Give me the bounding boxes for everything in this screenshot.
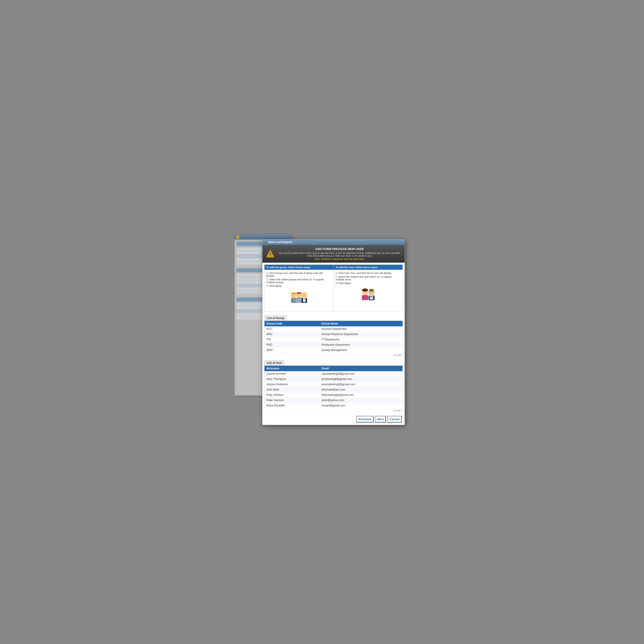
group-name-cell: Account Department [320, 326, 403, 332]
group-code-cell: PRO [264, 342, 320, 348]
user-instructions-body: 1. Click User icon, and then list of use… [334, 270, 403, 309]
user-email-header: Email [320, 366, 403, 371]
banner-description: You need to select who is the user to us… [278, 252, 401, 257]
dialog-title: Select participants [268, 241, 293, 244]
user-nickname-cell: Jerry Thompson [264, 377, 320, 382]
group-table: Group Code Group Name ACC Account Depart… [264, 321, 403, 353]
group-instructions-panel: To add the group, follow these steps: 1.… [264, 265, 334, 311]
group-icon-area [266, 288, 332, 310]
group-name-cell: Quality Management [320, 348, 403, 353]
group-instructions-header: To add the group, follow these steps: [264, 265, 333, 270]
group-step1: 1. Click Group icon, and then list of gr… [266, 272, 332, 277]
user-nickname-cell: Peter Samson [264, 398, 320, 403]
user-nickname-cell: Cassie Kenneth [264, 371, 320, 377]
svg-rect-7 [291, 293, 296, 294]
svg-point-24 [362, 288, 368, 292]
user-email-cell: kelly1testing8@gmail.com [320, 392, 403, 398]
previous-button[interactable]: Previous [356, 416, 374, 423]
dialog-footer: Previous Next Cancel [262, 414, 405, 425]
user-step3: 3. Click Apply. [336, 282, 401, 285]
user-table-row[interactable]: Rena Elizabeth renaeli@gmail.com [264, 403, 403, 408]
group-table-row[interactable]: HRD Human Resource Department [264, 332, 403, 337]
cancel-button[interactable]: Cancel [387, 416, 402, 423]
bg-titlebar [235, 235, 292, 240]
banner-content: ADD FORM PROCESS NEW USER You need to se… [278, 247, 401, 260]
svg-rect-12 [297, 292, 301, 294]
group-table-row[interactable]: QMD Quality Management [264, 348, 403, 353]
user-table-row[interactable]: John Male johnmale@aol.com [264, 387, 403, 392]
bg-logo-icon [236, 235, 240, 239]
group-name-cell: Production Department [320, 342, 403, 348]
user-email-cell: jerrytesting8@gmail.com [320, 377, 403, 382]
group-table-row[interactable]: PRO Production Department [264, 342, 403, 348]
group-name-cell: Human Resource Department [320, 332, 403, 337]
user-table-row[interactable]: Kelly Johnson kelly1testing8@gmail.com [264, 392, 403, 398]
svg-point-30 [369, 289, 374, 292]
svg-point-17 [302, 292, 307, 298]
user-email-cell: johnmale@aol.com [320, 387, 403, 392]
user-email-cell: renaeli@gmail.com [320, 403, 403, 408]
user-table-row[interactable]: Peter Samson peter@yahoo.com [264, 398, 403, 403]
main-dialog: Select participants ! ADD FORM PROCESS N… [262, 239, 405, 425]
user-instructions-header: To add the user, follow these steps: [334, 265, 403, 270]
group-code-cell: ITD [264, 337, 320, 342]
svg-text:!: ! [269, 251, 271, 257]
user-nickname-cell: Jessica Robinson [264, 382, 320, 387]
dialog-titlebar: Select participants [262, 239, 405, 245]
group-list-label: List of Group [264, 315, 287, 321]
user-nickname-cell: John Male [264, 387, 320, 392]
user-table: Nickname Email Cassie Kenneth cassietest… [264, 365, 403, 408]
user-nickname-header: Nickname [264, 366, 320, 371]
user-step1: 1. Click User icon, and then list of use… [336, 272, 401, 274]
user-email-cell: peter@yahoo.com [320, 398, 403, 403]
instructions-container: To add the group, follow these steps: 1.… [264, 264, 403, 312]
user-nickname-cell: Kelly Johnson [264, 392, 320, 398]
group-code-header: Group Code [264, 321, 320, 327]
user-instructions-panel: To add the user, follow these steps: 1. … [334, 265, 403, 311]
group-name-header: Group Name [320, 321, 403, 327]
user-nickname-cell: Rena Elizabeth [264, 403, 320, 408]
user-list-label: List of User [264, 360, 285, 365]
user-email-cell: jessicatesting8@gmail.com [320, 382, 403, 387]
group-instructions-body: 1. Click Group icon, and then list of gr… [264, 270, 333, 311]
info-banner: ! ADD FORM PROCESS NEW USER You need to … [262, 245, 405, 263]
next-button[interactable]: Next [375, 416, 386, 423]
user-icon-area [336, 285, 401, 307]
group-code-cell: QMD [264, 348, 320, 353]
group-table-row[interactable]: ACC Account Department [264, 326, 403, 332]
group-table-row[interactable]: ITD IT Department [264, 337, 403, 342]
group-code-cell: HRD [264, 332, 320, 337]
group-step2: 2. Select the related group and check (x… [266, 278, 332, 284]
group-step3: 3. Click Apply. [266, 285, 332, 287]
user-pagination: 1-7 of 7 [264, 409, 403, 412]
user-email-cell: cassietesting8@gmail.com [320, 371, 403, 377]
banner-note: Note:: Reviewer or Approver will only se… [278, 258, 401, 260]
user-table-row[interactable]: Jessica Robinson jessicatesting8@gmail.c… [264, 382, 403, 387]
warning-icon: ! [266, 249, 275, 259]
user-step2: 2. Select the related user and check (x)… [336, 275, 401, 281]
svg-rect-22 [362, 295, 368, 300]
group-code-cell: ACC [264, 326, 320, 332]
group-name-cell: IT Department [320, 337, 403, 342]
user-table-row[interactable]: Cassie Kenneth cassietesting8@gmail.com [264, 371, 403, 377]
group-pagination: 1-5 of 5 [264, 354, 403, 357]
title-status-dot [264, 241, 267, 243]
screen-wrapper: Select participants ! ADD FORM PROCESS N… [228, 228, 416, 416]
svg-rect-10 [296, 297, 302, 303]
group-people-icon [289, 290, 309, 308]
user-table-row[interactable]: Jerry Thompson jerrytesting8@gmail.com [264, 377, 403, 382]
user-people-icon [358, 288, 378, 305]
banner-title: ADD FORM PROCESS NEW USER [278, 247, 401, 251]
